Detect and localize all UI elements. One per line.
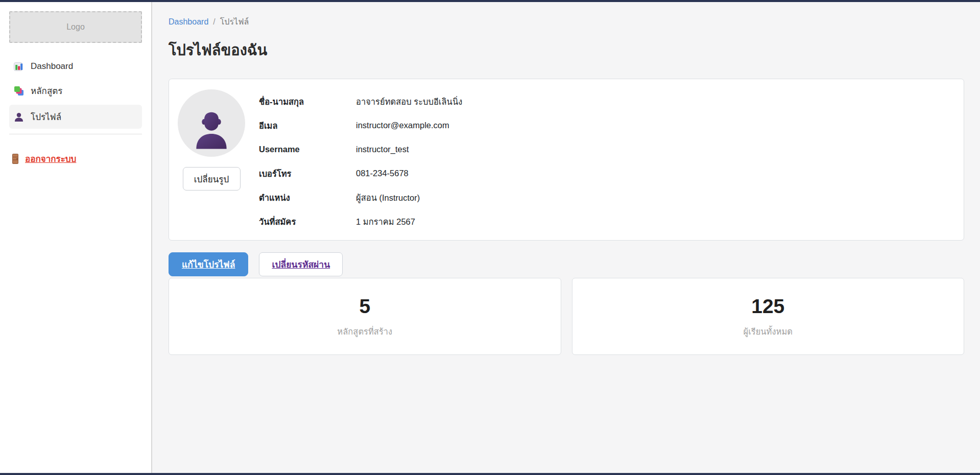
field-value: ผู้สอน (Instructor) <box>356 191 420 204</box>
stat-card-courses-created: 5 หลักสูตรที่สร้าง <box>169 278 561 355</box>
page-title: โปรไฟล์ของฉัน <box>169 38 964 62</box>
field-value: 081-234-5678 <box>356 169 409 178</box>
breadcrumb: Dashboard / โปรไฟล์ <box>169 15 964 28</box>
logout-label: ออกจากระบบ <box>25 152 76 165</box>
sidebar-item-label: หลักสูตร <box>31 84 62 98</box>
bottom-accent-bar <box>0 473 980 475</box>
field-value: 1 มกราคม 2567 <box>356 215 415 228</box>
change-photo-button[interactable]: เปลี่ยนรูป <box>183 167 241 191</box>
edit-profile-button[interactable]: แก้ไขโปรไฟล์ <box>169 252 248 276</box>
person-icon <box>14 112 24 122</box>
field-label: อีเมล <box>259 119 356 132</box>
field-label: ชื่อ-นามสกุล <box>259 95 356 108</box>
profile-card: เปลี่ยนรูป ชื่อ-นามสกุล อาจารย์ทดสอบ ระบ… <box>169 79 964 241</box>
field-row-name: ชื่อ-นามสกุล อาจารย์ทดสอบ ระบบอีเลินนิ่ง <box>259 89 948 113</box>
top-accent-bar <box>0 0 980 2</box>
field-label: Username <box>259 145 356 154</box>
main-content: Dashboard / โปรไฟล์ โปรไฟล์ของฉัน <box>153 2 980 473</box>
field-row-position: ตำแหน่ง ผู้สอน (Instructor) <box>259 185 948 209</box>
logo-placeholder: Logo <box>9 11 142 43</box>
field-value: instructor_test <box>356 145 409 154</box>
person-bust-icon <box>192 107 231 150</box>
field-value: instructor@example.com <box>356 121 449 130</box>
breadcrumb-separator: / <box>213 17 215 27</box>
avatar-column: เปลี่ยนรูป <box>178 89 245 232</box>
breadcrumb-dashboard-link[interactable]: Dashboard <box>169 17 208 27</box>
field-row-email: อีเมล instructor@example.com <box>259 113 948 137</box>
sidebar: Logo Dashboard หลักสูตร <box>0 2 152 473</box>
field-label: ตำแหน่ง <box>259 191 356 204</box>
stacked-cards-icon <box>14 86 24 96</box>
profile-fields: ชื่อ-นามสกุล อาจารย์ทดสอบ ระบบอีเลินนิ่ง… <box>259 89 948 232</box>
sidebar-item-courses[interactable]: หลักสูตร <box>9 79 142 103</box>
profile-actions: แก้ไขโปรไฟล์ เปลี่ยนรหัสผ่าน <box>169 252 964 276</box>
field-value: อาจารย์ทดสอบ ระบบอีเลินนิ่ง <box>356 95 462 108</box>
logo-text: Logo <box>66 22 85 32</box>
stat-label: ผู้เรียนทั้งหมด <box>743 325 793 338</box>
avatar <box>178 89 245 157</box>
sidebar-nav: Dashboard หลักสูตร โปรไฟล์ <box>9 56 142 129</box>
breadcrumb-current: โปรไฟล์ <box>220 15 249 28</box>
field-row-phone: เบอร์โทร 081-234-5678 <box>259 161 948 185</box>
stat-label: หลักสูตรที่สร้าง <box>337 325 392 338</box>
change-password-button[interactable]: เปลี่ยนรหัสผ่าน <box>259 252 343 276</box>
stat-value: 5 <box>359 296 370 316</box>
sidebar-item-label: โปรไฟล์ <box>31 110 61 124</box>
field-label: วันที่สมัคร <box>259 215 356 228</box>
bar-chart-icon <box>14 61 24 72</box>
logout-link[interactable]: ออกจากระบบ <box>11 152 76 165</box>
stat-card-total-learners: 125 ผู้เรียนทั้งหมด <box>572 278 965 355</box>
sidebar-item-dashboard[interactable]: Dashboard <box>9 56 142 77</box>
sidebar-item-label: Dashboard <box>31 61 73 72</box>
field-row-username: Username instructor_test <box>259 137 948 161</box>
stats-row: 5 หลักสูตรที่สร้าง 125 ผู้เรียนทั้งหมด <box>169 278 964 355</box>
stat-value: 125 <box>751 296 784 316</box>
door-icon <box>11 154 19 164</box>
field-row-register-date: วันที่สมัคร 1 มกราคม 2567 <box>259 209 948 233</box>
field-label: เบอร์โทร <box>259 167 356 180</box>
sidebar-divider <box>9 134 142 134</box>
sidebar-item-profile[interactable]: โปรไฟล์ <box>9 105 142 129</box>
